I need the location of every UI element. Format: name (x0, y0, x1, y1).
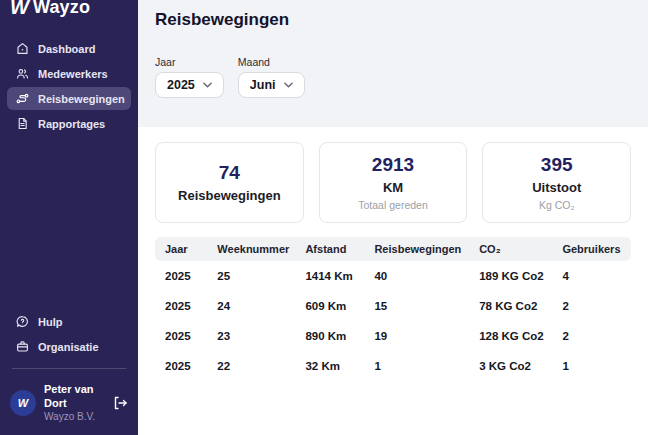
wayzo-logo-icon: W (10, 0, 28, 19)
cell-jaar: 2025 (155, 291, 207, 321)
sidebar-item-label: Hulp (38, 316, 62, 328)
table-row[interactable]: 2025 24 609 Km 15 78 KG Co2 2 (155, 291, 631, 321)
user-name: Peter van Dort (44, 383, 104, 411)
table-header-row: Jaar Weeknummer Afstand Reisbewegingen C… (155, 237, 631, 261)
cell-afstand: 1414 Km (295, 261, 364, 291)
stat-card-uitstoot: 395 Uitstoot Kg CO₂ (482, 142, 631, 223)
sidebar-item-label: Rapportages (38, 118, 105, 130)
wayzo-logo-text: Wayzo (33, 0, 90, 18)
briefcase-icon (16, 340, 29, 353)
stat-value: 74 (162, 162, 297, 184)
weekly-table: Jaar Weeknummer Afstand Reisbewegingen C… (155, 237, 631, 381)
people-icon (16, 67, 29, 80)
sidebar-item-rapportages[interactable]: Rapportages (7, 112, 131, 135)
sidebar-item-reisbewegingen[interactable]: Reisbewegingen (7, 87, 131, 110)
filters: Jaar 2025 Maand Juni (155, 56, 648, 98)
stat-cards: 74 Reisbewegingen 2913 KM Totaal gereden… (155, 142, 631, 223)
route-icon (16, 92, 29, 105)
chevron-down-icon (203, 82, 212, 88)
user-company: Wayzo B.V. (44, 411, 104, 424)
cell-jaar: 2025 (155, 321, 207, 351)
table-row[interactable]: 2025 22 32 Km 1 3 KG Co2 1 (155, 351, 631, 381)
home-icon (16, 42, 29, 55)
cell-reisbewegingen: 40 (364, 261, 469, 291)
sidebar-item-hulp[interactable]: Hulp (7, 310, 131, 333)
chevron-down-icon (284, 82, 293, 88)
content-area: 74 Reisbewegingen 2913 KM Totaal gereden… (138, 127, 648, 435)
col-gebruikers: Gebruikers (552, 237, 631, 261)
col-co2: CO₂ (469, 237, 552, 261)
sidebar: W Wayzo Dashboard Medewerkers Reisbewegi… (0, 0, 138, 435)
sidebar-divider (12, 368, 126, 369)
table-row[interactable]: 2025 25 1414 Km 40 189 KG Co2 4 (155, 261, 631, 291)
filter-maand: Maand Juni (238, 56, 305, 98)
page-header: Reisbewegingen Jaar 2025 Maand Juni (138, 0, 648, 127)
cell-reisbewegingen: 15 (364, 291, 469, 321)
sidebar-item-organisatie[interactable]: Organisatie (7, 335, 131, 358)
cell-weeknummer: 24 (207, 291, 295, 321)
table-row[interactable]: 2025 23 890 Km 19 128 KG Co2 2 (155, 321, 631, 351)
col-reisbewegingen: Reisbewegingen (364, 237, 469, 261)
help-icon (16, 315, 29, 328)
maand-select-value: Juni (250, 78, 276, 92)
main-content: Reisbewegingen Jaar 2025 Maand Juni (138, 0, 648, 435)
stat-card-reisbewegingen: 74 Reisbewegingen (155, 142, 304, 223)
stat-label: Uitstoot (489, 180, 624, 195)
filter-maand-label: Maand (238, 56, 305, 68)
stat-value: 2913 (326, 154, 461, 176)
col-afstand: Afstand (295, 237, 364, 261)
cell-afstand: 32 Km (295, 351, 364, 381)
cell-co2: 189 KG Co2 (469, 261, 552, 291)
stat-sublabel: Totaal gereden (326, 199, 461, 211)
stat-card-km: 2913 KM Totaal gereden (319, 142, 468, 223)
app-window: W Wayzo Dashboard Medewerkers Reisbewegi… (0, 0, 648, 435)
cell-jaar: 2025 (155, 261, 207, 291)
cell-co2: 128 KG Co2 (469, 321, 552, 351)
page-title: Reisbewegingen (155, 10, 648, 30)
cell-jaar: 2025 (155, 351, 207, 381)
stat-label: KM (326, 180, 461, 195)
cell-co2: 78 KG Co2 (469, 291, 552, 321)
sidebar-item-dashboard[interactable]: Dashboard (7, 37, 131, 60)
document-icon (16, 117, 29, 130)
col-weeknummer: Weeknummer (207, 237, 295, 261)
cell-gebruikers: 2 (552, 321, 631, 351)
cell-weeknummer: 25 (207, 261, 295, 291)
cell-reisbewegingen: 1 (364, 351, 469, 381)
filter-jaar-label: Jaar (155, 56, 224, 68)
sidebar-item-label: Medewerkers (38, 68, 108, 80)
cell-gebruikers: 4 (552, 261, 631, 291)
wayzo-logo[interactable]: W Wayzo (0, 0, 138, 25)
sidebar-item-label: Reisbewegingen (38, 93, 125, 105)
jaar-select[interactable]: 2025 (155, 72, 224, 98)
cell-weeknummer: 22 (207, 351, 295, 381)
sidebar-item-medewerkers[interactable]: Medewerkers (7, 62, 131, 85)
sidebar-footer: Hulp Organisatie W Peter van Dort Wayzo … (0, 308, 138, 435)
cell-weeknummer: 23 (207, 321, 295, 351)
jaar-select-value: 2025 (167, 78, 195, 92)
user-avatar: W (10, 390, 36, 416)
cell-gebruikers: 2 (552, 291, 631, 321)
cell-reisbewegingen: 19 (364, 321, 469, 351)
cell-afstand: 609 Km (295, 291, 364, 321)
user-profile[interactable]: W Peter van Dort Wayzo B.V. (0, 379, 138, 435)
stat-label: Reisbewegingen (162, 188, 297, 203)
logout-icon[interactable] (112, 395, 128, 411)
cell-afstand: 890 Km (295, 321, 364, 351)
col-jaar: Jaar (155, 237, 207, 261)
sidebar-item-label: Dashboard (38, 43, 95, 55)
filter-jaar: Jaar 2025 (155, 56, 224, 98)
user-meta: Peter van Dort Wayzo B.V. (44, 383, 104, 423)
cell-co2: 3 KG Co2 (469, 351, 552, 381)
stat-value: 395 (489, 154, 624, 176)
maand-select[interactable]: Juni (238, 72, 305, 98)
stat-sublabel: Kg CO₂ (489, 199, 624, 211)
cell-gebruikers: 1 (552, 351, 631, 381)
sidebar-nav: Dashboard Medewerkers Reisbewegingen Rap… (0, 35, 138, 137)
sidebar-item-label: Organisatie (38, 341, 99, 353)
